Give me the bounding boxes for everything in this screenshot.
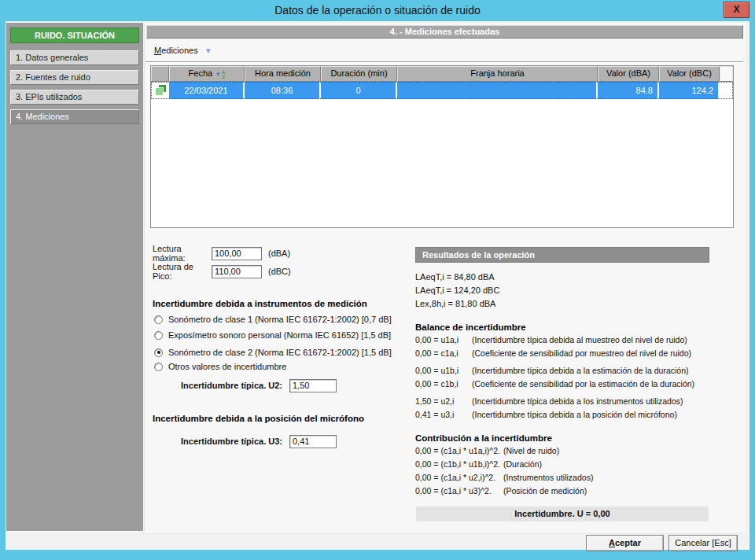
main-panel: 4. - Mediciones efectuadas Mediciones ▼ …	[144, 23, 746, 531]
cell-valor-dba: 84.8	[598, 82, 659, 99]
cell-duracion: 0	[321, 82, 397, 99]
microfono-heading: Incertidumbre debida a la posición del m…	[153, 414, 364, 423]
cell-franja	[397, 82, 598, 99]
contrib-line-duracion: 0,00 = (c1b,i * u1b,i)^2.(Duración)	[415, 458, 709, 471]
lectura-pico-unit: (dBC)	[268, 267, 291, 276]
cell-fecha: 22/03/2021	[169, 82, 245, 99]
cell-filler	[720, 82, 733, 99]
u3-row: Incertidumbre típica. U3:	[181, 434, 337, 448]
radio-sonometro-clase-2[interactable]: Sonómetro de clase 2 (Norma IEC 61672-1:…	[154, 348, 392, 357]
lectura-maxima-row: Lectura máxima: (dBA)	[153, 246, 290, 260]
lectura-pico-row: Lectura de Pico: (dBC)	[153, 264, 291, 278]
instrumentos-heading: Incertidumbre debida a instrumentos de m…	[153, 299, 367, 308]
table-header-row: Fecha ▼AZ Hora medición Duración (min) F…	[151, 66, 733, 82]
cell-valor-dbc: 124.2	[659, 82, 720, 99]
measurements-table: Fecha ▼AZ Hora medición Duración (min) F…	[150, 65, 734, 228]
menu-separator	[145, 61, 743, 63]
column-header-duracion[interactable]: Duración (min)	[321, 66, 397, 82]
column-header-filler	[720, 66, 733, 82]
mediciones-menu[interactable]: Mediciones ▼	[154, 43, 212, 57]
sidebar-item-epis-utilizados[interactable]: 3. EPIs utilizados	[10, 90, 139, 105]
balance-line-c1b: 0,00 = c1b,i(Coeficiente de sensibilidad…	[415, 378, 709, 391]
radio-button-selected-icon[interactable]	[154, 348, 163, 357]
column-header-valor-dbc[interactable]: Valor (dBC)	[659, 66, 720, 82]
dialog-body: RUIDO. SITUACIÓN 1. Datos generales 2. F…	[6, 21, 749, 550]
u2-row: Incertidumbre típica. U2:	[181, 378, 337, 392]
result-laeqt-dba: LAeqT,i = 84,80 dBA	[415, 271, 709, 284]
contrib-line-instrumentos: 0,00 = (c1a,i * u2,i)^2.(Instrumentos ut…	[415, 471, 709, 484]
record-icon	[155, 85, 166, 96]
lectura-pico-label: Lectura de Pico:	[153, 262, 212, 281]
sidebar-item-mediciones[interactable]: 4. Mediciones	[10, 109, 139, 124]
close-button[interactable]: X	[724, 2, 749, 18]
radio-button-icon[interactable]	[154, 363, 163, 371]
lectura-maxima-label: Lectura máxima:	[153, 244, 212, 263]
section-header: 4. - Mediciones efectuadas	[146, 25, 743, 39]
cell-hora: 08:36	[245, 82, 321, 99]
balance-line-u3: 0,41 = u3,i(Incertidumbre típica debida …	[415, 408, 709, 422]
balance-line-u1b: 0,00 = u1b,i(Incertidumbre típica debida…	[415, 364, 709, 378]
result-laeqt-dbc: LAeqT,i = 124,20 dBC	[415, 284, 709, 297]
contrib-line-posicion: 0,00 = (c1a,i * u3)^2.(Posición de medic…	[415, 484, 709, 498]
radio-button-icon[interactable]	[154, 315, 163, 324]
contribucion-heading: Contribución a la incertidumbre	[415, 432, 709, 444]
radio-button-icon[interactable]	[154, 331, 163, 340]
column-header-valor-dba[interactable]: Valor (dBA)	[598, 66, 659, 82]
incertidumbre-total-bar: Incertidumbre. U = 0,00	[415, 506, 709, 522]
result-lex8h: Lex,8h,i = 81,80 dBA	[415, 297, 709, 311]
u2-label: Incertidumbre típica. U2:	[181, 381, 289, 390]
table-row[interactable]: 22/03/2021 08:36 0 84.8 124.2	[151, 82, 733, 99]
column-header-franja[interactable]: Franja horaria	[397, 66, 598, 82]
results-header: Resultados de la operación	[415, 247, 709, 263]
sidebar: RUIDO. SITUACIÓN 1. Datos generales 2. F…	[6, 23, 143, 531]
sidebar-header: RUIDO. SITUACIÓN	[10, 28, 139, 43]
balance-heading: Balance de incertidumbre	[415, 321, 709, 333]
balance-line-c1a: 0,00 = c1a,i(Coeficiente de sensibilidad…	[415, 347, 709, 360]
lectura-maxima-unit: (dBA)	[268, 249, 290, 258]
u3-label: Incertidumbre típica. U3:	[181, 437, 289, 446]
radio-sonometro-clase-1[interactable]: Sonómetro de clase 1 (Norma IEC 61672-1:…	[154, 315, 392, 324]
sort-ascending-icon: ▼AZ	[215, 68, 225, 81]
lectura-maxima-input[interactable]	[212, 247, 262, 260]
chevron-down-icon: ▼	[204, 46, 212, 55]
u2-input[interactable]	[289, 379, 337, 392]
lectura-pico-input[interactable]	[212, 265, 262, 278]
mediciones-menu-label: Mediciones	[154, 46, 198, 55]
row-icon-cell	[151, 82, 169, 99]
title-bar: Datos de la operación o situación de rui…	[0, 0, 755, 21]
results-lines: LAeqT,i = 84,80 dBA LAeqT,i = 124,20 dBC…	[415, 271, 709, 311]
sidebar-item-datos-generales[interactable]: 1. Datos generales	[10, 50, 139, 65]
balance-line-u1a: 0,00 = u1a,i(Incertidumbre típica debida…	[415, 333, 709, 347]
footer-bar: Aceptar Cancelar [Esc]	[6, 531, 749, 550]
noise-operation-dialog: { "window": { "title": "Datos de la oper…	[0, 0, 755, 560]
results-panel: Resultados de la operación LAeqT,i = 84,…	[415, 247, 709, 522]
accept-button[interactable]: Aceptar	[586, 535, 664, 551]
sidebar-item-fuentes-de-ruido[interactable]: 2. Fuentes de ruido	[10, 70, 139, 85]
column-header-fecha[interactable]: Fecha ▼AZ	[169, 66, 245, 82]
column-header-icon	[151, 66, 169, 82]
window-title: Datos de la operación o situación de rui…	[0, 4, 755, 17]
radio-otros-valores[interactable]: Otros valores de incertidumbre	[154, 362, 286, 371]
column-header-hora[interactable]: Hora medición	[245, 66, 321, 82]
balance-line-u2: 1,50 = u2,i(Incertidumbre típica debida …	[415, 395, 709, 408]
u3-input[interactable]	[289, 435, 337, 448]
column-header-fecha-label: Fecha	[189, 68, 213, 78]
cancel-button[interactable]: Cancelar [Esc]	[668, 535, 738, 551]
radio-exposimetro[interactable]: Exposímetro sonoro personal (Norma IEC 6…	[154, 330, 391, 340]
contrib-line-nivel: 0,00 = (c1a,i * u1a,i)^2.(Nivel de ruido…	[415, 444, 709, 458]
